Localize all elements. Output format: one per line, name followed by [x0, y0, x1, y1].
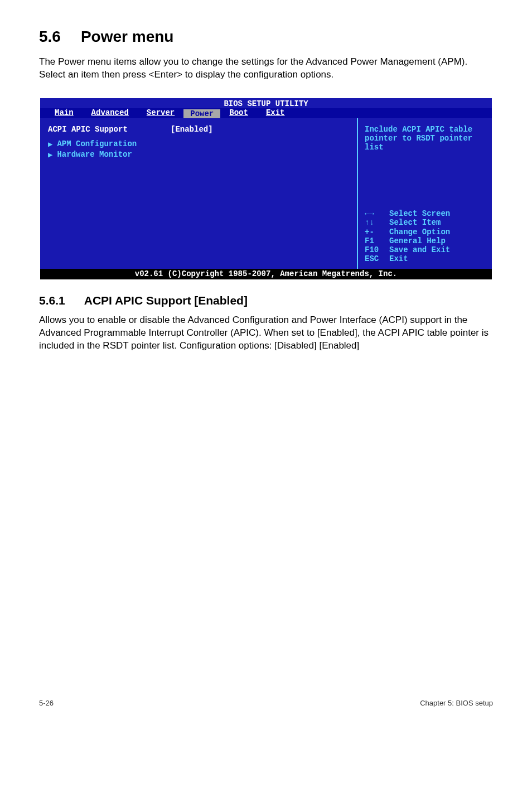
bios-right-pane: Include ACPI APIC table pointer to RSDT …	[358, 118, 492, 269]
key-desc: Exit	[389, 254, 408, 263]
key-change-option: +-Change Option	[365, 228, 486, 236]
tab-main[interactable]: Main	[46, 108, 83, 118]
bios-title: BIOS SETUP UTILITY	[40, 98, 492, 108]
tab-exit[interactable]: Exit	[257, 108, 294, 118]
subsection-heading: 5.6.1ACPI APIC Support [Enabled]	[39, 294, 493, 307]
page-number: 5-26	[39, 699, 54, 707]
submenu-apm-label: APM Configuration	[57, 139, 137, 148]
bios-body: ACPI APIC Support [Enabled] ▶ APM Config…	[40, 118, 492, 269]
tab-server[interactable]: Server	[138, 108, 183, 118]
key-label: F1	[365, 236, 384, 245]
bios-footer: v02.61 (C)Copyright 1985-2007, American …	[40, 269, 492, 279]
key-select-screen: ←→Select Screen	[365, 209, 486, 218]
bios-tab-bar: Main Advanced Server Power Boot Exit	[40, 108, 492, 118]
bios-left-pane: ACPI APIC Support [Enabled] ▶ APM Config…	[40, 118, 358, 269]
subsection-title-text: ACPI APIC Support [Enabled]	[84, 294, 248, 307]
subsection-number: 5.6.1	[39, 294, 65, 307]
tab-power[interactable]: Power	[183, 109, 220, 118]
bios-window: BIOS SETUP UTILITY Main Advanced Server …	[39, 97, 493, 281]
submenu-hwmon-label: Hardware Monitor	[57, 150, 132, 159]
key-select-item: ↑↓Select Item	[365, 218, 486, 227]
acpi-apic-value: [Enabled]	[171, 125, 213, 134]
key-desc: Select Screen	[389, 209, 450, 218]
triangle-right-icon: ▶	[48, 139, 52, 149]
arrows-left-right-icon: ←→	[365, 209, 384, 218]
bios-help-text: Include ACPI APIC table pointer to RSDT …	[365, 125, 486, 152]
acpi-apic-label: ACPI APIC Support	[48, 125, 171, 134]
section-title-text: Power menu	[81, 28, 173, 45]
subsection-body: Allows you to enable or disable the Adva…	[39, 314, 493, 352]
key-desc: Change Option	[389, 228, 450, 236]
page-footer: 5-26 Chapter 5: BIOS setup	[39, 698, 493, 707]
key-desc: Save and Exit	[389, 245, 450, 254]
key-desc: Select Item	[389, 218, 441, 227]
section-heading: 5.6Power menu	[39, 28, 493, 46]
key-general-help: F1General Help	[365, 236, 486, 245]
chapter-label: Chapter 5: BIOS setup	[420, 699, 493, 707]
key-label: +-	[365, 228, 384, 236]
arrows-up-down-icon: ↑↓	[365, 218, 384, 227]
triangle-right-icon: ▶	[48, 150, 52, 160]
bios-key-legend: ←→Select Screen ↑↓Select Item +-Change O…	[365, 209, 486, 263]
submenu-hardware-monitor[interactable]: ▶ Hardware Monitor	[48, 150, 351, 160]
key-exit: ESCExit	[365, 254, 486, 263]
key-label: ESC	[365, 254, 384, 263]
acpi-apic-row[interactable]: ACPI APIC Support [Enabled]	[48, 125, 351, 134]
key-label: F10	[365, 245, 384, 254]
tab-boot[interactable]: Boot	[220, 108, 257, 118]
key-desc: General Help	[389, 236, 446, 245]
submenu-apm[interactable]: ▶ APM Configuration	[48, 139, 351, 149]
key-save-exit: F10Save and Exit	[365, 245, 486, 254]
tab-advanced[interactable]: Advanced	[83, 108, 138, 118]
section-number: 5.6	[39, 28, 61, 46]
section-intro: The Power menu items allow you to change…	[39, 56, 493, 81]
